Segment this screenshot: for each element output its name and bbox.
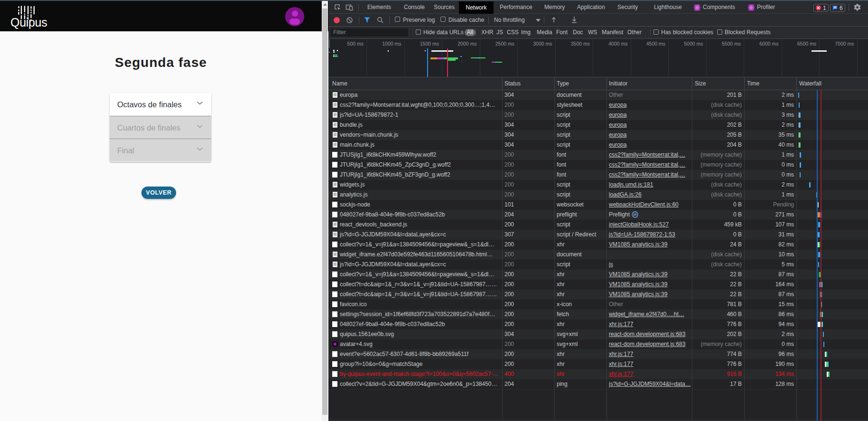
svg-text:Quipus: Quipus — [11, 16, 47, 29]
